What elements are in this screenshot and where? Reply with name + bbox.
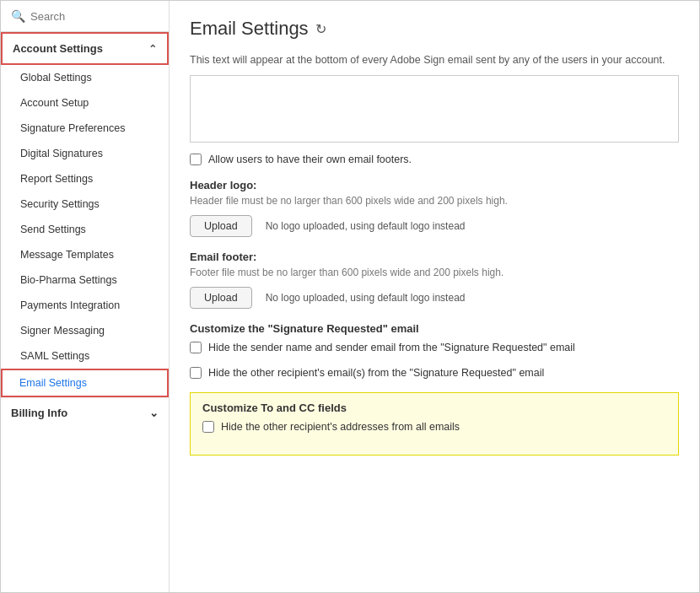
sidebar-item-bio-pharma-settings[interactable]: Bio-Pharma Settings [1, 267, 169, 293]
header-logo-upload-btn[interactable]: Upload [190, 215, 252, 237]
header-logo-upload-row: Upload No logo uploaded, using default l… [190, 215, 679, 237]
chevron-up-icon: ⌃ [148, 43, 157, 55]
customize-section-title: Customize the "Signature Requested" emai… [190, 322, 679, 335]
refresh-icon[interactable]: ↻ [315, 21, 326, 37]
yellow-section-title: Customize To and CC fields [202, 402, 666, 414]
sidebar-item-message-templates[interactable]: Message Templates [1, 242, 169, 267]
sidebar: 🔍 Account Settings ⌃ Global Settings Acc… [1, 1, 170, 592]
sidebar-item-report-settings[interactable]: Report Settings [1, 166, 169, 191]
allow-own-footers-row: Allow users to have their own email foot… [190, 154, 679, 165]
header-logo-label: Header logo: [190, 179, 679, 191]
hide-addresses-row: Hide the other recipient's addresses fro… [202, 421, 666, 433]
account-settings-header[interactable]: Account Settings ⌃ [1, 32, 169, 65]
hide-addresses-checkbox[interactable] [202, 421, 214, 433]
sidebar-item-email-settings[interactable]: Email Settings [1, 369, 169, 397]
billing-info-label: Billing Info [11, 407, 67, 419]
hide-sender-checkbox[interactable] [190, 342, 202, 353]
hide-recipient-email-label: Hide the other recipient's email(s) from… [208, 367, 544, 379]
search-icon: 🔍 [11, 9, 25, 23]
account-settings-label: Account Settings [13, 42, 103, 55]
description-text: This text will appear at the bottom of e… [190, 53, 679, 68]
email-footer-upload-row: Upload No logo uploaded, using default l… [190, 287, 679, 309]
sidebar-items: Global Settings Account Setup Signature … [1, 65, 169, 397]
sidebar-item-send-settings[interactable]: Send Settings [1, 217, 169, 242]
billing-info-header[interactable]: Billing Info ⌄ [1, 398, 169, 428]
hide-recipient-email-checkbox[interactable] [190, 367, 202, 379]
sidebar-item-digital-signatures[interactable]: Digital Signatures [1, 141, 169, 166]
sidebar-item-global-settings[interactable]: Global Settings [1, 65, 169, 90]
header-logo-helper: Header file must be no larger than 600 p… [190, 195, 679, 207]
sidebar-item-payments-integration[interactable]: Payments Integration [1, 293, 169, 318]
page-title: Email Settings [190, 18, 309, 40]
header-logo-status: No logo uploaded, using default logo ins… [266, 220, 466, 232]
page-title-row: Email Settings ↻ [190, 18, 679, 40]
hide-addresses-label: Hide the other recipient's addresses fro… [221, 421, 460, 433]
app-container: 🔍 Account Settings ⌃ Global Settings Acc… [0, 0, 700, 593]
email-footer-helper: Footer file must be no larger than 600 p… [190, 267, 679, 278]
search-input[interactable] [30, 10, 159, 23]
hide-sender-label: Hide the sender name and sender email fr… [208, 342, 575, 353]
search-box[interactable]: 🔍 [1, 1, 169, 32]
allow-own-footers-label: Allow users to have their own email foot… [208, 154, 412, 165]
email-footer-textarea[interactable] [190, 75, 679, 143]
sidebar-item-saml-settings[interactable]: SAML Settings [1, 343, 169, 369]
hide-sender-row: Hide the sender name and sender email fr… [190, 342, 679, 353]
sidebar-item-account-setup[interactable]: Account Setup [1, 90, 169, 116]
sidebar-item-signature-preferences[interactable]: Signature Preferences [1, 116, 169, 141]
sidebar-item-signer-messaging[interactable]: Signer Messaging [1, 318, 169, 343]
main-content: Email Settings ↻ This text will appear a… [170, 1, 699, 592]
chevron-down-icon: ⌄ [149, 407, 159, 419]
email-footer-upload-btn[interactable]: Upload [190, 287, 252, 309]
allow-own-footers-checkbox[interactable] [190, 154, 202, 165]
hide-recipient-email-row: Hide the other recipient's email(s) from… [190, 367, 679, 379]
sidebar-section-account-settings: Account Settings ⌃ Global Settings Accou… [1, 32, 169, 398]
email-footer-label: Email footer: [190, 251, 679, 263]
sidebar-item-security-settings[interactable]: Security Settings [1, 191, 169, 217]
email-footer-status: No logo uploaded, using default logo ins… [266, 292, 466, 304]
yellow-section: Customize To and CC fields Hide the othe… [190, 392, 679, 456]
